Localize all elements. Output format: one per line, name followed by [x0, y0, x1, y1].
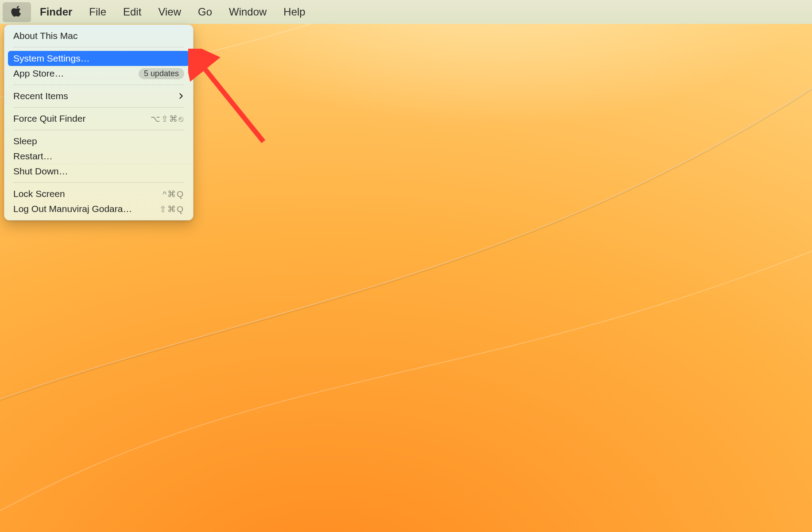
- menu-recent-items[interactable]: Recent Items: [8, 89, 189, 104]
- menu-log-out[interactable]: Log Out Manuviraj Godara… ⇧⌘Q: [8, 201, 189, 216]
- menu-bar: Finder File Edit View Go Window Help: [0, 0, 812, 24]
- menu-separator: [13, 85, 184, 85]
- menu-item-label: Shut Down…: [13, 166, 184, 177]
- menu-window[interactable]: Window: [221, 3, 275, 21]
- annotation-arrow-icon: [188, 49, 277, 150]
- menu-shut-down[interactable]: Shut Down…: [8, 164, 189, 179]
- apple-menu-button[interactable]: [3, 2, 31, 22]
- menu-force-quit[interactable]: Force Quit Finder ⌥⇧⌘⎋: [8, 111, 189, 126]
- menu-item-label: Lock Screen: [13, 189, 162, 199]
- menu-item-label: Recent Items: [13, 91, 178, 101]
- menu-view[interactable]: View: [150, 3, 189, 21]
- updates-badge: 5 updates: [139, 68, 184, 79]
- menu-help[interactable]: Help: [275, 3, 313, 21]
- menu-separator: [13, 47, 184, 47]
- apple-logo-icon: [11, 5, 23, 17]
- menu-system-settings[interactable]: System Settings…: [8, 51, 189, 66]
- keyboard-shortcut: ⌥⇧⌘⎋: [151, 114, 184, 124]
- chevron-right-icon: [178, 93, 184, 99]
- menu-app-store[interactable]: App Store… 5 updates: [8, 66, 189, 81]
- menu-item-label: About This Mac: [13, 31, 184, 41]
- menu-lock-screen[interactable]: Lock Screen ^⌘Q: [8, 186, 189, 201]
- menu-separator: [13, 182, 184, 183]
- menu-restart[interactable]: Restart…: [8, 149, 189, 164]
- menu-item-label: Force Quit Finder: [13, 113, 151, 124]
- menu-item-label: Log Out Manuviraj Godara…: [13, 204, 159, 214]
- menu-separator: [13, 107, 184, 108]
- menu-about-this-mac[interactable]: About This Mac: [8, 28, 189, 43]
- app-name[interactable]: Finder: [32, 3, 80, 21]
- menu-file[interactable]: File: [81, 3, 114, 21]
- menu-item-label: Restart…: [13, 151, 184, 162]
- menu-item-label: System Settings…: [13, 53, 184, 64]
- svg-line-0: [199, 62, 263, 142]
- keyboard-shortcut: ^⌘Q: [162, 189, 184, 199]
- menu-edit[interactable]: Edit: [115, 3, 149, 21]
- apple-menu-dropdown: About This Mac System Settings… App Stor…: [4, 24, 193, 220]
- menu-item-label: Sleep: [13, 136, 184, 146]
- keyboard-shortcut: ⇧⌘Q: [159, 204, 184, 214]
- menu-item-label: App Store…: [13, 68, 139, 79]
- menu-separator: [13, 130, 184, 130]
- menu-go[interactable]: Go: [190, 3, 220, 21]
- menu-sleep[interactable]: Sleep: [8, 134, 189, 149]
